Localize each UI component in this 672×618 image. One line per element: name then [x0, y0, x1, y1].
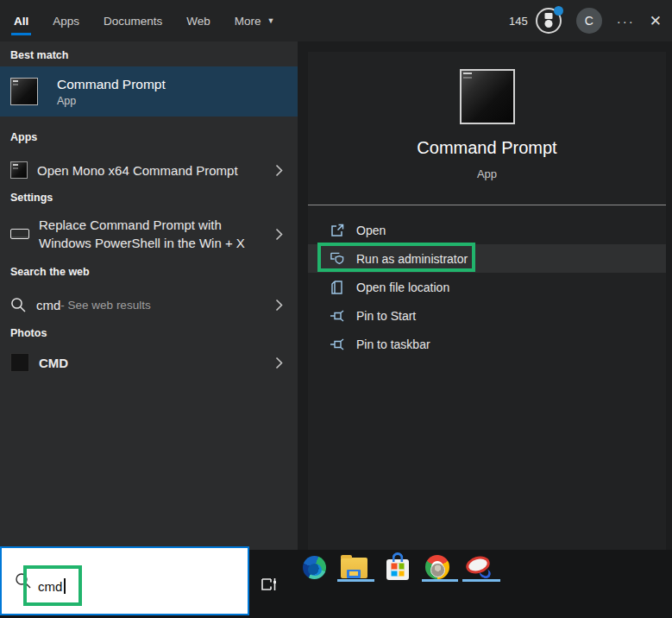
photo-thumbnail-icon	[10, 353, 29, 372]
section-header-search-the-web: Search the web	[10, 266, 90, 278]
topbar-right-cluster: 145 C ··· ✕	[509, 0, 662, 41]
file-explorer-icon[interactable]	[341, 558, 367, 578]
web-suffix: - See web results	[60, 299, 150, 312]
chevron-down-icon: ▼	[267, 16, 275, 25]
open-launch-icon	[330, 223, 345, 238]
result-title: Command Prompt	[57, 77, 166, 92]
result-cmd-web-search[interactable]: cmd - See web results	[0, 288, 298, 321]
section-header-apps: Apps	[10, 131, 37, 143]
result-cmd-photo[interactable]: CMD	[0, 345, 298, 380]
tab-apps-label: Apps	[53, 15, 79, 28]
action-label: Run as administrator	[356, 252, 468, 266]
action-label: Pin to Start	[356, 309, 416, 323]
result-open-mono-command-prompt[interactable]: Open Mono x64 Command Prompt	[0, 154, 298, 186]
result-subtitle: App	[57, 95, 166, 107]
action-label: Open file location	[356, 281, 449, 294]
tab-documents[interactable]: Documents	[91, 0, 174, 41]
notification-dot	[554, 6, 563, 16]
action-run-as-administrator[interactable]: Run as administrator	[308, 244, 666, 273]
section-header-photos: Photos	[10, 327, 47, 339]
chevron-right-icon	[275, 356, 283, 369]
task-view-button[interactable]	[260, 575, 279, 597]
windows-search-flyout: All Apps Documents Web More ▼ 145 C ··· …	[0, 0, 672, 618]
result-replace-cmd-powershell[interactable]: Replace Command Prompt with Windows Powe…	[0, 212, 298, 255]
chevron-right-icon	[275, 299, 283, 312]
tab-apps[interactable]: Apps	[41, 0, 91, 41]
microsoft-store-icon[interactable]	[386, 553, 409, 580]
action-open[interactable]: Open	[308, 216, 666, 244]
command-prompt-icon	[10, 161, 28, 179]
tab-web-label: Web	[186, 15, 210, 28]
file-location-icon	[330, 280, 345, 295]
tab-more-label: More	[235, 15, 261, 28]
action-label: Pin to taskbar	[356, 337, 430, 351]
web-query: cmd	[36, 298, 60, 312]
capture-app-icon[interactable]	[465, 554, 492, 578]
chevron-right-icon	[275, 228, 283, 241]
search-icon	[10, 297, 27, 313]
pin-icon	[330, 337, 345, 352]
taskbar-search-input[interactable]: cmd	[0, 546, 249, 615]
section-header-settings: Settings	[10, 192, 53, 204]
preview-app-icon-wrap	[460, 69, 515, 124]
action-open-file-location[interactable]: Open file location	[308, 273, 666, 301]
microsoft-logo	[392, 564, 405, 577]
preview-panel: Command Prompt App Open Run as administr…	[308, 52, 666, 550]
close-button[interactable]: ✕	[650, 14, 662, 28]
tab-all[interactable]: All	[2, 0, 41, 41]
rewards-trophy-icon	[536, 8, 562, 34]
result-best-match-command-prompt[interactable]: Command Prompt App	[0, 66, 298, 117]
command-prompt-icon	[10, 78, 38, 105]
rewards-button[interactable]: 145	[509, 8, 562, 34]
tab-documents-label: Documents	[104, 15, 162, 28]
action-pin-to-taskbar[interactable]: Pin to taskbar	[308, 330, 666, 358]
google-chrome-icon[interactable]	[425, 555, 449, 579]
panel-divider	[308, 205, 666, 205]
running-indicator-chrome	[422, 579, 458, 582]
action-pin-to-start[interactable]: Pin to Start	[308, 301, 666, 330]
search-query-text: cmd	[38, 579, 62, 594]
avatar-initial: C	[585, 14, 593, 28]
tab-more[interactable]: More ▼	[223, 0, 287, 41]
pin-icon	[330, 308, 345, 324]
window-bar-icon	[10, 229, 29, 239]
section-header-best-match: Best match	[10, 49, 68, 61]
preview-app-name: Command Prompt	[308, 138, 666, 158]
command-prompt-icon-large	[460, 69, 515, 124]
more-options-button[interactable]: ···	[617, 14, 635, 28]
rewards-count: 145	[509, 15, 528, 28]
admin-shield-icon	[330, 251, 345, 267]
preview-app-type: App	[308, 167, 666, 180]
text-cursor	[64, 578, 66, 594]
tab-web[interactable]: Web	[174, 0, 223, 41]
search-icon	[15, 572, 32, 593]
search-results-panel: Best match Command Prompt App Apps Open …	[0, 41, 298, 550]
action-label: Open	[356, 224, 386, 237]
running-indicator-file-explorer	[337, 579, 374, 582]
result-title: Open Mono x64 Command Prompt	[37, 163, 238, 178]
chrome-profile-badge	[430, 563, 445, 577]
microsoft-edge-icon[interactable]	[303, 556, 326, 579]
search-filter-bar: All Apps Documents Web More ▼ 145 C ··· …	[0, 0, 672, 41]
user-avatar[interactable]: C	[576, 8, 602, 34]
running-indicator-capture-app	[462, 579, 500, 582]
result-title: CMD	[39, 356, 68, 370]
filter-tabs: All Apps Documents Web More ▼	[2, 0, 287, 41]
chevron-right-icon	[275, 164, 283, 177]
tab-all-label: All	[14, 15, 28, 28]
result-title: Replace Command Prompt with Windows Powe…	[39, 216, 258, 252]
